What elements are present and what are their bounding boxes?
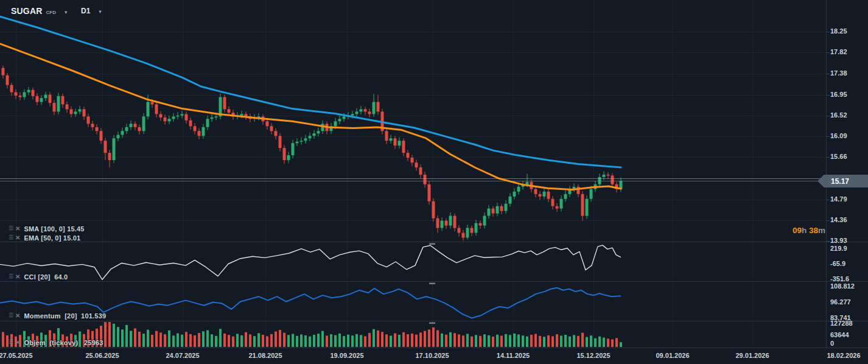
date-tick-label: 14.11.2025 [497,352,530,359]
time-axis[interactable]: 27.05.202525.06.202524.07.202521.08.2025… [0,348,868,364]
date-tick-label: 25.06.2025 [85,352,119,359]
momentum-legend-label: Momentum [20] 101.539 [24,312,106,320]
momentum-tick-label: 96.277 [830,298,851,306]
instrument-type-badge: CFD [46,10,56,15]
date-tick-label: 29.01.2026 [735,352,769,359]
cci-tick-label: 219.9 [830,245,847,252]
price-tick-label: 16.09 [830,132,847,139]
legend-row-volume: ☰ ✕ Objem (tickovy) 25963 [9,338,103,346]
date-tick-label: 27.05.2025 [0,352,33,359]
indicator-settings-icon[interactable]: ☰ [9,312,13,319]
price-tick-label: 14.79 [830,195,847,203]
sma-legend-label: SMA [100, 0] 15.45 [24,225,84,233]
date-tick-label: 24.07.2025 [166,352,199,359]
indicator-settings-icon[interactable]: ☰ [9,273,13,280]
volume-legend-label: Objem (tickovy) 25963 [24,339,103,346]
timeframe-selector[interactable]: D1 ▾ [81,7,102,15]
volume-tick-label: 63644 [830,331,849,338]
countdown-hours: 09 [793,226,802,235]
chevron-down-icon: ▾ [65,9,68,15]
indicator-close-icon[interactable]: ✕ [15,225,20,232]
countdown-minutes-unit: m [818,226,825,235]
cci-tick-label: -351.6 [830,275,849,282]
price-tick-label: 17.82 [830,48,847,55]
trading-chart-app: SUGAR CFD ▾ D1 ▾ ☰ ✕ SMA [100, 0] 15.45 … [0,0,868,364]
indicator-close-icon[interactable]: ✕ [15,234,20,241]
indicator-close-icon[interactable]: ✕ [15,273,20,280]
price-tick-label: 15.66 [830,153,847,160]
indicator-close-icon[interactable]: ✕ [15,312,20,319]
price-tick-label: 17.38 [830,69,847,77]
price-tick-label: 14.36 [830,216,847,223]
legend-row-cci: ☰ ✕ CCI [20] 64.0 [9,273,68,281]
indicator-settings-icon[interactable]: ☰ [9,339,13,346]
ema-legend-label: EMA [50, 0] 15.01 [24,234,80,242]
legend-row-momentum: ☰ ✕ Momentum [20] 101.539 [9,312,106,320]
cci-legend-label: CCI [20] 64.0 [24,273,68,281]
cci-tick-label: -65.9 [830,260,845,267]
symbol-name: SUGAR [11,6,43,16]
current-price-badge: 15.17 [817,175,868,187]
current-price-value: 15.17 [831,177,849,186]
price-tick-label: 13.93 [830,237,847,244]
date-tick-label: 17.10.2025 [415,352,449,359]
volume-tick-label: 127288 [830,320,853,327]
legend-row-sma: ☰ ✕ SMA [100, 0] 15.45 [9,225,85,233]
symbol-selector[interactable]: SUGAR CFD ▾ [11,6,68,16]
volume-tick-label: 0 [830,340,834,347]
countdown-hours-unit: h [802,226,809,235]
date-tick-label: 21.08.2025 [248,352,282,359]
date-tick-label: 19.09.2025 [330,352,363,359]
momentum-tick-label: 108.812 [830,282,855,290]
price-tick-label: 18.25 [830,27,847,35]
indicator-close-icon[interactable]: ✕ [15,339,20,346]
legend-row-ema: ☰ ✕ EMA [50, 0] 15.01 [9,234,80,242]
timeframe-label: D1 [81,7,90,15]
chart-canvas[interactable] [0,0,868,364]
date-tick-label: 18.02.2026 [827,352,860,359]
price-axis[interactable]: 18.2517.8217.3816.9516.5216.0915.6614.79… [826,0,868,348]
price-tick-label: 16.52 [830,111,847,119]
indicator-settings-icon[interactable]: ☰ [9,225,13,232]
price-tick-label: 16.95 [830,91,847,98]
countdown-minutes: 38 [809,226,818,235]
date-tick-label: 09.01.2026 [656,352,689,359]
chevron-down-icon: ▾ [99,9,102,15]
candle-close-countdown: 09h 38m [758,226,825,235]
indicator-settings-icon[interactable]: ☰ [9,234,13,241]
date-tick-label: 15.12.2025 [576,352,610,359]
